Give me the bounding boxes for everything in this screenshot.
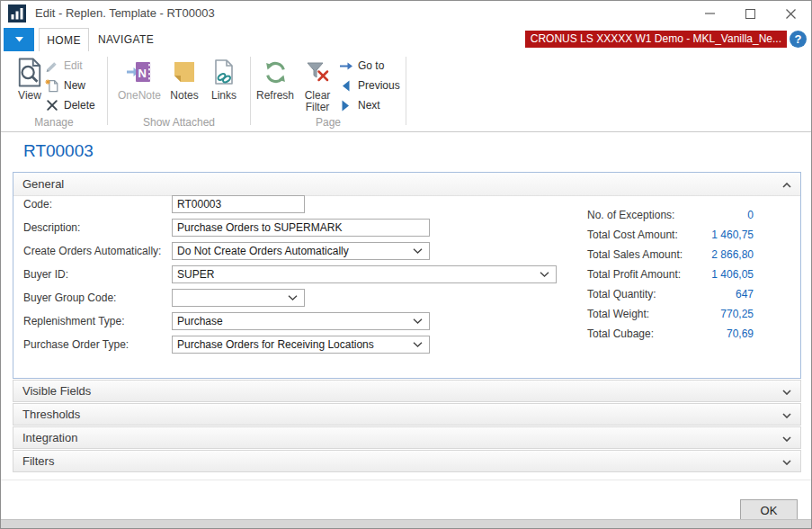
app-chart-icon bbox=[8, 4, 26, 22]
group-label-manage: Manage bbox=[1, 116, 107, 129]
total-value[interactable]: 1 406,05 bbox=[711, 268, 754, 281]
view-icon bbox=[16, 55, 43, 89]
company-badge: CRONUS LS XXXXX W1 Demo - MKL_Vanilla_Ne… bbox=[525, 31, 787, 48]
go-to-button[interactable]: Go to bbox=[338, 56, 400, 76]
close-button[interactable] bbox=[771, 1, 811, 26]
chevron-down-icon bbox=[782, 431, 791, 444]
buyer-id-select[interactable]: SUPER bbox=[172, 265, 557, 283]
refresh-button[interactable]: Refresh bbox=[254, 55, 296, 102]
title-bar: Edit - Replen. Template - RT00003 bbox=[1, 1, 811, 26]
ribbon-separator bbox=[406, 57, 406, 125]
description-input[interactable] bbox=[172, 219, 430, 237]
total-label: Total Cost Amount: bbox=[587, 229, 678, 241]
total-value[interactable]: 1 460,75 bbox=[711, 229, 754, 241]
ok-button[interactable]: OK bbox=[740, 499, 798, 521]
selected-value: Purchase bbox=[177, 315, 223, 327]
ribbon-tab-row: HOME NAVIGATE CRONUS LS XXXXX W1 Demo - … bbox=[1, 26, 811, 52]
total-row: Total Cost Amount:1 460,75 bbox=[587, 225, 754, 245]
app-window: Edit - Replen. Template - RT00003 HOME N… bbox=[0, 0, 812, 529]
code-input[interactable] bbox=[172, 195, 305, 213]
previous-button[interactable]: Previous bbox=[338, 76, 400, 95]
group-label-page: Page bbox=[251, 116, 406, 129]
onenote-icon: N bbox=[127, 55, 152, 89]
collapsed-fasttabs: Visible Fields Thresholds Integration Fi… bbox=[13, 380, 801, 473]
chevron-down-icon bbox=[15, 37, 23, 42]
page-title: RT00003 bbox=[23, 141, 94, 161]
delete-x-icon bbox=[44, 99, 59, 112]
group-label-show-attached: Show Attached bbox=[108, 116, 250, 129]
notes-button[interactable]: Notes bbox=[165, 55, 203, 102]
total-value[interactable]: 2 866,80 bbox=[711, 248, 754, 261]
general-totals: No. of Exceptions:0 Total Cost Amount:1 … bbox=[587, 205, 754, 344]
links-button[interactable]: Links bbox=[205, 55, 243, 102]
total-label: Total Cubage: bbox=[587, 327, 654, 340]
buyer-group-code-select[interactable] bbox=[172, 289, 305, 307]
total-label: Total Profit Amount: bbox=[587, 268, 681, 281]
total-value[interactable]: 647 bbox=[736, 288, 754, 300]
chevron-down-icon bbox=[413, 342, 423, 347]
fasttab-general-header[interactable]: General bbox=[13, 173, 800, 196]
pencil-icon bbox=[44, 59, 59, 73]
clear-filter-button[interactable]: Clear Filter bbox=[298, 55, 337, 113]
minimize-icon bbox=[705, 13, 715, 14]
purchase-order-type-select[interactable]: Purchase Orders for Receiving Locations bbox=[172, 336, 430, 354]
minimize-button[interactable] bbox=[690, 1, 730, 26]
field-label: Replenishment Type: bbox=[23, 315, 172, 327]
content-divider bbox=[1, 480, 811, 480]
edit-button[interactable]: Edit bbox=[44, 56, 95, 76]
app-menu-button[interactable] bbox=[4, 28, 34, 51]
fasttab-integration-header[interactable]: Integration bbox=[13, 426, 801, 449]
chevron-down-icon bbox=[782, 454, 791, 468]
fasttab-filters-header[interactable]: Filters bbox=[13, 450, 801, 472]
field-row: Code: bbox=[23, 195, 557, 213]
tab-navigate[interactable]: NAVIGATE bbox=[93, 28, 159, 51]
field-label: Code: bbox=[23, 198, 172, 211]
delete-button[interactable]: Delete bbox=[44, 95, 95, 115]
total-row: Total Sales Amount:2 866,80 bbox=[587, 245, 754, 264]
chevron-down-icon bbox=[540, 272, 549, 277]
help-button[interactable]: ? bbox=[790, 31, 807, 48]
new-page-icon bbox=[44, 78, 59, 94]
total-row: Total Weight:770,25 bbox=[587, 304, 754, 324]
clear-filter-icon bbox=[307, 55, 329, 89]
new-button[interactable]: New bbox=[44, 76, 95, 95]
general-fields: Code: Description: Create Orders Automat… bbox=[23, 195, 557, 359]
field-label: Create Orders Automatically: bbox=[23, 245, 172, 257]
ribbon-group-page: Refresh Clear Filter Go to bbox=[251, 52, 406, 131]
onenote-button[interactable]: N OneNote bbox=[115, 55, 164, 102]
field-row: Purchase Order Type: Purchase Orders for… bbox=[23, 336, 557, 354]
sticky-note-icon bbox=[173, 55, 196, 89]
chevron-down-icon bbox=[413, 248, 423, 254]
field-label: Purchase Order Type: bbox=[23, 338, 172, 351]
ribbon: View Edit New bbox=[1, 52, 811, 132]
total-row: Total Profit Amount:1 406,05 bbox=[587, 264, 754, 284]
ribbon-group-show-attached: N OneNote Notes Links Show Attached bbox=[108, 52, 250, 131]
close-icon bbox=[786, 9, 796, 19]
tab-home[interactable]: HOME bbox=[39, 28, 89, 51]
total-row: No. of Exceptions:0 bbox=[587, 205, 754, 225]
chevron-up-icon bbox=[782, 177, 791, 191]
go-to-arrow-icon bbox=[338, 61, 353, 71]
previous-triangle-icon bbox=[338, 80, 353, 92]
fasttab-thresholds-header[interactable]: Thresholds bbox=[13, 403, 801, 426]
link-icon bbox=[213, 55, 235, 89]
replenishment-type-select[interactable]: Purchase bbox=[172, 312, 430, 330]
maximize-icon bbox=[745, 9, 755, 19]
total-row: Total Cubage:70,69 bbox=[587, 324, 754, 344]
window-bottom-frame bbox=[1, 519, 811, 528]
total-value[interactable]: 70,69 bbox=[727, 327, 754, 340]
create-orders-automatically-select[interactable]: Do Not Create Orders Automatically bbox=[172, 242, 430, 260]
field-row: Buyer Group Code: bbox=[23, 289, 557, 307]
fasttab-visible-fields-header[interactable]: Visible Fields bbox=[13, 380, 801, 402]
field-row: Replenishment Type: Purchase bbox=[23, 312, 557, 330]
field-label: Description: bbox=[23, 221, 172, 234]
maximize-button[interactable] bbox=[730, 1, 771, 26]
window-controls bbox=[690, 1, 811, 26]
field-row: Create Orders Automatically: Do Not Crea… bbox=[23, 242, 557, 260]
chevron-down-icon bbox=[782, 384, 791, 398]
next-button[interactable]: Next bbox=[338, 95, 400, 115]
field-row: Buyer ID: SUPER bbox=[23, 265, 557, 283]
total-value[interactable]: 0 bbox=[747, 209, 754, 221]
total-value[interactable]: 770,25 bbox=[720, 308, 754, 320]
field-label: Buyer ID: bbox=[23, 268, 172, 281]
